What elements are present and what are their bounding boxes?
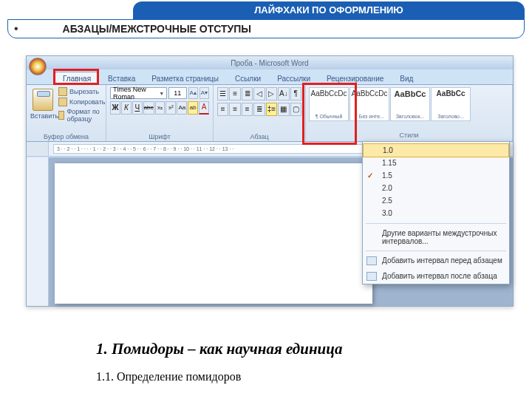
group-clipboard-label: Буфер обмена: [30, 132, 102, 140]
bullets-button[interactable]: ☰: [217, 87, 228, 100]
paste-button[interactable]: Вставить: [30, 87, 55, 123]
style-heading2[interactable]: АаBbCсЗаголово...: [431, 87, 471, 121]
chevron-down-icon: ▼: [159, 91, 164, 96]
paste-icon: [33, 89, 53, 111]
tab-refs[interactable]: Ссылки: [228, 72, 268, 84]
group-styles-label: Стили: [309, 130, 509, 139]
cut-label: Вырезать: [69, 88, 99, 95]
slide-subheader: • АБЗАЦЫ/МЕЖСТРОЧНЫЕ ОТСТУПЫ: [7, 19, 525, 38]
cut-button[interactable]: Вырезать: [58, 87, 105, 96]
style-preview: АаBbCcDc: [310, 89, 347, 98]
menu-separator: [366, 223, 506, 224]
spacing-2-5[interactable]: 2.5: [363, 194, 509, 207]
strike-button[interactable]: abc: [143, 101, 154, 115]
spacing-1-5-label: 1.5: [382, 171, 392, 180]
tab-insert[interactable]: Вставка: [100, 72, 143, 84]
group-styles: АаBbCcDc¶ Обычный АаBbCcDc¶ Без инте... …: [306, 85, 513, 141]
justify-button[interactable]: ≣: [253, 103, 265, 116]
style-heading1[interactable]: АаBbCсЗаголовок...: [390, 87, 430, 121]
case-button[interactable]: Aa: [177, 101, 187, 115]
style-preview: АаBbCс: [432, 89, 469, 98]
grow-font-button[interactable]: A▴: [188, 87, 198, 99]
subscript-button[interactable]: x₂: [155, 101, 166, 115]
add-space-after[interactable]: Добавить интервал после абзаца: [363, 268, 509, 284]
align-left-button[interactable]: ≡: [217, 103, 228, 116]
style-preview: АаBbCcDc: [351, 89, 388, 98]
tab-mail[interactable]: Рассылки: [270, 72, 318, 84]
space-before-icon: [366, 256, 377, 265]
check-icon: ✓: [367, 171, 373, 180]
ruler-corner: [27, 142, 49, 156]
show-marks-button[interactable]: ¶: [290, 87, 301, 100]
line-spacing-menu: 1.0 1.15 ✓1.5 2.0 2.5 3.0 Другие вариант…: [362, 141, 510, 284]
sample-document-text: 1. Помидоры – как научная единица 1.1. О…: [96, 340, 342, 383]
font-color-button[interactable]: A: [199, 101, 209, 115]
bold-button[interactable]: Ж: [110, 101, 120, 115]
copy-button[interactable]: Копировать: [58, 98, 105, 106]
spacing-1-15[interactable]: 1.15: [363, 157, 509, 169]
spacing-1-5[interactable]: ✓1.5: [363, 169, 509, 182]
indent-inc-button[interactable]: ▷: [266, 87, 277, 100]
ribbon-tabs: Главная Вставка Разметка страницы Ссылки…: [27, 69, 513, 84]
spacing-options[interactable]: Другие варианты междустрочных интервалов…: [363, 225, 509, 249]
format-painter-button[interactable]: Формат по образцу: [58, 108, 105, 123]
underline-button[interactable]: Ч: [132, 101, 143, 115]
add-space-before[interactable]: Добавить интервал перед абзацем: [363, 253, 509, 268]
highlight-button[interactable]: ab: [188, 101, 198, 115]
tab-review[interactable]: Рецензирование: [319, 72, 391, 84]
style-nospacing[interactable]: АаBbCcDc¶ Без инте...: [349, 87, 389, 121]
space-after-label: Добавить интервал после абзаца: [382, 272, 497, 280]
align-right-button[interactable]: ≡: [242, 103, 253, 116]
style-name: Заголовок...: [392, 114, 429, 119]
doc-heading-1: 1. Помидоры – как научная единица: [96, 340, 342, 358]
shrink-font-button[interactable]: A▾: [200, 87, 209, 99]
slide-banner: ЛАЙФХАКИ ПО ОФОРМЛЕНИЮ: [133, 1, 525, 19]
scissors-icon: [58, 87, 67, 96]
sort-button[interactable]: A↓: [278, 87, 289, 100]
shading-button[interactable]: ▦: [278, 103, 289, 116]
ribbon: Вставить Вырезать Копировать Формат по о…: [27, 84, 513, 142]
office-button[interactable]: [29, 58, 47, 75]
spacing-2-0[interactable]: 2.0: [363, 182, 509, 194]
numbering-button[interactable]: ≡: [229, 87, 240, 100]
style-normal[interactable]: АаBbCcDc¶ Обычный: [309, 87, 349, 121]
borders-button[interactable]: ▢: [290, 103, 301, 116]
group-font: Times New Roman▼ 11 A▴ A▾ Ж К Ч abc x₂ x…: [106, 85, 214, 141]
brush-icon: [58, 111, 64, 120]
spacing-3-0[interactable]: 3.0: [363, 207, 509, 219]
subheading-text: АБЗАЦЫ/МЕЖСТРОЧНЫЕ ОТСТУПЫ: [63, 23, 251, 35]
line-spacing-button[interactable]: ‡≡: [266, 103, 277, 116]
spacing-1-0[interactable]: 1.0: [363, 143, 509, 157]
style-name: ¶ Без инте...: [351, 114, 388, 119]
font-name-combo[interactable]: Times New Roman▼: [110, 87, 167, 99]
style-preview: АаBbCс: [392, 89, 429, 98]
group-clipboard: Вставить Вырезать Копировать Формат по о…: [27, 85, 106, 141]
group-paragraph: ☰ ≡ ≣ ◁ ▷ A↓ ¶ ≡ ≡ ≡ ≣ ‡≡ ▦ ▢: [214, 85, 306, 141]
copy-label: Копировать: [69, 98, 105, 106]
vertical-ruler[interactable]: [27, 157, 49, 306]
superscript-button[interactable]: x²: [166, 101, 176, 115]
indent-dec-button[interactable]: ◁: [253, 87, 265, 100]
italic-button[interactable]: К: [121, 101, 132, 115]
align-center-button[interactable]: ≡: [229, 103, 240, 116]
word-window: Проба - Microsoft Word Главная Вставка Р…: [26, 55, 514, 307]
menu-separator: [366, 250, 506, 251]
paste-label: Вставить: [30, 112, 55, 120]
tab-home[interactable]: Главная: [55, 72, 99, 84]
group-paragraph-label: Абзац: [217, 132, 301, 140]
title-bar: Проба - Microsoft Word: [27, 56, 513, 69]
fmt-label: Формат по образцу: [66, 108, 105, 123]
style-name: Заголово...: [432, 114, 469, 119]
group-font-label: Шрифт: [110, 132, 209, 140]
window-title: Проба - Microsoft Word: [231, 59, 308, 67]
tab-view[interactable]: Вид: [392, 72, 420, 84]
space-before-label: Добавить интервал перед абзацем: [382, 256, 502, 265]
doc-heading-2: 1.1. Определение помидоров: [96, 370, 342, 383]
document-page[interactable]: [55, 163, 372, 304]
bullet: •: [14, 22, 18, 35]
style-name: ¶ Обычный: [310, 114, 347, 119]
copy-icon: [58, 98, 67, 106]
tab-layout[interactable]: Разметка страницы: [144, 72, 226, 84]
font-size-combo[interactable]: 11: [168, 87, 186, 99]
multilevel-button[interactable]: ≣: [242, 87, 253, 100]
